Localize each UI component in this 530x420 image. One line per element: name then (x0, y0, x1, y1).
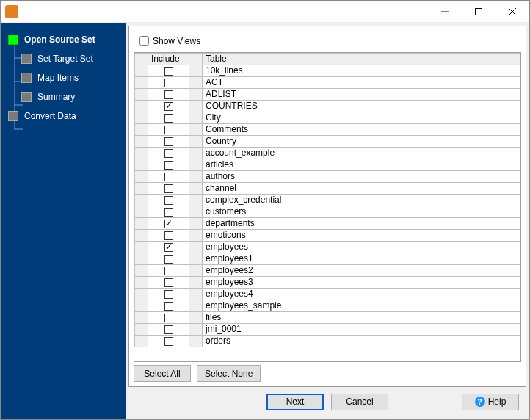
include-checkbox[interactable] (164, 278, 173, 287)
table-row[interactable]: employees3 (135, 277, 520, 289)
help-button[interactable]: ? Help (462, 394, 519, 410)
include-cell[interactable] (148, 324, 189, 336)
table-name-cell[interactable]: orders (203, 336, 520, 347)
table-name-cell[interactable]: files (203, 312, 520, 324)
include-cell[interactable] (148, 336, 189, 347)
table-row[interactable]: complex_credential (135, 195, 520, 206)
row-handle[interactable] (189, 242, 203, 253)
table-row[interactable]: orders (135, 336, 520, 347)
include-cell[interactable] (148, 101, 189, 112)
include-cell[interactable] (148, 312, 189, 324)
table-name-cell[interactable]: 10k_lines (203, 65, 520, 77)
include-cell[interactable] (148, 195, 189, 206)
include-checkbox[interactable] (164, 267, 173, 275)
row-handle[interactable] (189, 218, 203, 230)
table-row[interactable]: employees2 (135, 265, 520, 277)
include-cell[interactable] (148, 289, 189, 300)
table-row[interactable]: City (135, 112, 520, 124)
table-row[interactable]: employees4 (135, 289, 520, 300)
include-cell[interactable] (148, 206, 189, 218)
table-name-cell[interactable]: customers (203, 206, 520, 218)
table-row[interactable]: employees1 (135, 253, 520, 265)
include-cell[interactable] (148, 265, 189, 277)
include-checkbox[interactable] (164, 337, 173, 346)
row-handle[interactable] (135, 195, 148, 206)
include-cell[interactable] (148, 183, 189, 195)
include-cell[interactable] (148, 124, 189, 136)
row-handle[interactable] (135, 289, 148, 300)
table-name-cell[interactable]: complex_credential (203, 195, 520, 206)
include-cell[interactable] (148, 136, 189, 148)
select-all-button[interactable]: Select All (134, 365, 191, 382)
row-handle[interactable] (189, 77, 203, 89)
sidebar-item-summary[interactable]: Summary (1, 92, 126, 102)
include-checkbox[interactable] (164, 208, 173, 217)
table-row[interactable]: departments (135, 218, 520, 230)
include-checkbox[interactable] (164, 137, 173, 146)
show-views-row[interactable]: Show Views (137, 34, 521, 48)
table-name-cell[interactable]: employees3 (203, 277, 520, 289)
cancel-button[interactable]: Cancel (331, 394, 388, 410)
row-handle[interactable] (135, 300, 148, 312)
row-handle[interactable] (135, 253, 148, 265)
table-scroll[interactable]: Include Table 10k_linesACTADLISTCOUNTRIE… (134, 53, 520, 361)
row-handle[interactable] (189, 112, 203, 124)
row-handle[interactable] (135, 112, 148, 124)
include-checkbox[interactable] (164, 173, 173, 181)
include-checkbox[interactable] (164, 79, 173, 87)
minimize-button[interactable] (428, 1, 462, 23)
include-cell[interactable] (148, 89, 189, 101)
row-handle[interactable] (135, 77, 148, 89)
sidebar-item-convert-data[interactable]: Convert Data (1, 111, 126, 121)
next-button[interactable]: Next (266, 394, 324, 410)
table-name-cell[interactable]: Country (203, 136, 520, 148)
row-handle[interactable] (189, 183, 203, 195)
sidebar-item-open-source-set[interactable]: Open Source Set (1, 35, 126, 45)
table-name-cell[interactable]: employees4 (203, 289, 520, 300)
include-checkbox[interactable] (164, 231, 173, 240)
row-handle[interactable] (135, 242, 148, 253)
row-handle[interactable] (135, 183, 148, 195)
include-cell[interactable] (148, 148, 189, 159)
row-handle[interactable] (135, 218, 148, 230)
include-cell[interactable] (148, 171, 189, 183)
row-handle[interactable] (189, 171, 203, 183)
row-handle[interactable] (189, 101, 203, 112)
row-handle[interactable] (135, 171, 148, 183)
table-row[interactable]: emoticons (135, 230, 520, 242)
table-row[interactable]: Country (135, 136, 520, 148)
include-checkbox[interactable] (164, 196, 173, 205)
maximize-button[interactable] (462, 1, 495, 23)
table-row[interactable]: files (135, 312, 520, 324)
row-handle[interactable] (135, 206, 148, 218)
row-handle[interactable] (189, 148, 203, 159)
table-name-cell[interactable]: articles (203, 159, 520, 171)
table-row[interactable]: customers (135, 206, 520, 218)
table-row[interactable]: jmi_0001 (135, 324, 520, 336)
row-handle[interactable] (135, 65, 148, 77)
table-name-cell[interactable]: COUNTRIES (203, 101, 520, 112)
row-handle[interactable] (135, 124, 148, 136)
row-handle[interactable] (189, 230, 203, 242)
row-handle[interactable] (189, 159, 203, 171)
table-name-cell[interactable]: jmi_0001 (203, 324, 520, 336)
table-row[interactable]: employees (135, 242, 520, 253)
include-cell[interactable] (148, 277, 189, 289)
include-cell[interactable] (148, 242, 189, 253)
include-checkbox[interactable] (164, 149, 173, 158)
row-handle[interactable] (189, 89, 203, 101)
row-handle[interactable] (189, 124, 203, 136)
table-row[interactable]: authors (135, 171, 520, 183)
table-name-cell[interactable]: channel (203, 183, 520, 195)
table-name-cell[interactable]: employees (203, 242, 520, 253)
select-none-button[interactable]: Select None (197, 365, 261, 382)
include-checkbox[interactable] (164, 290, 173, 299)
include-cell[interactable] (148, 230, 189, 242)
table-name-cell[interactable]: emoticons (203, 230, 520, 242)
table-row[interactable]: ADLIST (135, 89, 520, 101)
include-checkbox[interactable] (164, 90, 173, 99)
table-row[interactable]: Comments (135, 124, 520, 136)
include-cell[interactable] (148, 77, 189, 89)
include-checkbox[interactable] (164, 67, 173, 76)
table-row[interactable]: articles (135, 159, 520, 171)
